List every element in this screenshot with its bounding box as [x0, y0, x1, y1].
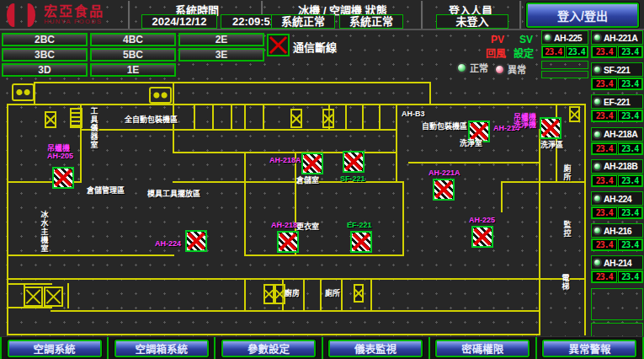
room-label: 倉儲管理區 — [87, 187, 125, 195]
unit-status-lamp-icon — [593, 130, 602, 139]
unit-values: 23.423.4 — [541, 46, 588, 58]
nav-button-4[interactable]: 儀表監視 — [328, 340, 423, 357]
unit-status-lamp-icon — [593, 226, 602, 235]
empty-cell — [541, 61, 588, 69]
unit-status-lamp-icon — [593, 97, 602, 106]
wall-segment — [7, 334, 540, 335]
wall-segment — [345, 104, 347, 131]
wall-segment — [244, 278, 246, 310]
ac-status-value: 系統正常 — [339, 14, 403, 29]
unit-sv-value: 23.4 — [618, 78, 643, 89]
equipment-icon-吊蠟機-ah-205[interactable] — [52, 167, 74, 189]
system-date-value: 2024/12/12 — [141, 14, 217, 29]
room-label: 模具工具擺放區 — [147, 190, 200, 198]
unit-status-ah-225[interactable]: AH-22523.423.4 — [541, 30, 588, 58]
wall-segment — [244, 152, 246, 256]
abnormal-lamp-icon — [494, 64, 505, 75]
stairwell-x-icon — [569, 106, 580, 122]
unit-sv-value: 23.4 — [618, 175, 643, 186]
unit-name: AH-216 — [604, 226, 631, 236]
equipment-label: AH-224 — [155, 240, 181, 248]
wall-segment — [429, 82, 431, 105]
floor-button-5bc[interactable]: 5BC — [90, 48, 176, 62]
equipment-icon-ah-224[interactable] — [185, 230, 207, 252]
equipment-icon-ef-221[interactable] — [350, 231, 372, 253]
nav-button-1[interactable]: 空調系統 — [8, 340, 102, 357]
unit-pv-value: 23.4 — [592, 175, 617, 186]
wall-segment — [7, 278, 586, 280]
equipment-icon-ah-218a[interactable] — [301, 153, 323, 174]
nav-button-5[interactable]: 密碼權限 — [435, 340, 530, 357]
stairwell-x-icon — [322, 109, 334, 128]
divider — [519, 1, 522, 29]
empty-cell — [591, 288, 643, 320]
floor-button-1e[interactable]: 1E — [90, 63, 176, 77]
nav-cell: 異常警報 — [537, 337, 644, 359]
wall-segment — [51, 310, 540, 312]
floor-button-4bc[interactable]: 4BC — [90, 33, 176, 46]
unit-name-row: AH-221A — [591, 30, 643, 45]
floor-button-2e[interactable]: 2E — [178, 33, 264, 46]
unit-name: AH-224 — [604, 194, 631, 204]
nav-button-6[interactable]: 異常警報 — [542, 340, 636, 357]
unit-values: 23.423.4 — [591, 271, 643, 283]
abnormal-legend-label: 異常 — [508, 62, 526, 76]
unit-values: 23.423.4 — [591, 110, 643, 122]
wall-segment — [501, 181, 586, 183]
room-label: 洗淨區 — [540, 142, 563, 149]
room-label: 電梯 — [561, 274, 568, 291]
nav-cell: 密碼權限 — [430, 337, 537, 359]
unit-status-lamp-icon — [593, 65, 602, 74]
unit-status-sf-221[interactable]: SF-22123.423.4 — [591, 62, 643, 90]
equipment-icon-ah-218b[interactable] — [277, 231, 299, 253]
wall-segment — [173, 181, 404, 183]
unit-status-ah-221a[interactable]: AH-221A23.423.4 — [591, 30, 643, 58]
wall-segment — [396, 104, 397, 183]
toilet-fixture-icon — [149, 87, 172, 104]
wall-segment — [7, 283, 52, 285]
unit-status-ah-224[interactable]: AH-22423.423.4 — [591, 191, 643, 219]
floor-button-3bc[interactable]: 3BC — [2, 48, 88, 62]
unit-pv-value: 23.4 — [592, 78, 617, 89]
floor-plan: 吊蠟機 AH-205AH-224AH-218BAH-218ASF-221EF-2… — [0, 80, 589, 337]
unit-name: AH-214 — [604, 258, 631, 268]
chiller-status-value: 系統正常 — [271, 14, 335, 29]
toilet-fixture-icon — [12, 83, 35, 101]
equipment-icon-sf-221[interactable] — [343, 151, 365, 173]
equipment-icon-吊蠟機-洗淨機[interactable] — [540, 117, 562, 139]
wall-segment — [341, 278, 343, 310]
floor-button-3e[interactable]: 3E — [178, 48, 264, 62]
equipment-icon-ah-221a[interactable] — [433, 179, 455, 201]
comm-loss-legend-icon — [267, 34, 290, 56]
abnormal-legend: 異常 — [494, 62, 526, 76]
room-label: AH-B3 — [402, 110, 425, 118]
brand-name-en: HUNYA FOODS — [44, 19, 104, 25]
stairwell-x-icon — [45, 111, 56, 128]
stairwell-x-icon — [263, 284, 274, 304]
unit-name: EF-221 — [604, 97, 630, 107]
floor-button-3d[interactable]: 3D — [2, 63, 88, 77]
unit-status-ah-214[interactable]: AH-21423.423.4 — [591, 255, 643, 283]
login-logout-button[interactable]: 登入/登出 — [526, 3, 639, 28]
room-label: 全自動包裝機區 — [125, 116, 178, 124]
unit-status-ah-218b[interactable]: AH-218B23.423.4 — [591, 159, 643, 187]
stair-icon — [70, 108, 82, 128]
unit-pv-value: 23.4 — [592, 271, 617, 282]
unit-pv-value: 23.4 — [592, 46, 617, 57]
floor-button-2bc[interactable]: 2BC — [2, 33, 88, 46]
unit-status-lamp-icon — [593, 258, 602, 267]
equipment-icon-ah-225[interactable] — [471, 226, 493, 248]
wall-segment — [7, 255, 174, 256]
unit-name: AH-225 — [554, 33, 582, 43]
unit-status-ah-218a[interactable]: AH-218A23.423.4 — [591, 127, 643, 155]
nav-button-2[interactable]: 空調箱系統 — [114, 340, 209, 357]
unit-status-ah-216[interactable]: AH-21623.423.4 — [591, 223, 643, 251]
room-label: 更衣室 — [296, 223, 319, 231]
room-label: 洗淨室 — [460, 140, 482, 147]
unit-status-ef-221[interactable]: EF-22123.423.4 — [591, 94, 643, 122]
unit-pv-value: 23.4 — [592, 207, 617, 218]
nav-button-3[interactable]: 參數設定 — [221, 340, 316, 357]
wall-segment — [244, 255, 404, 256]
stairwell-x-icon — [24, 287, 43, 307]
wall-segment — [408, 162, 539, 163]
